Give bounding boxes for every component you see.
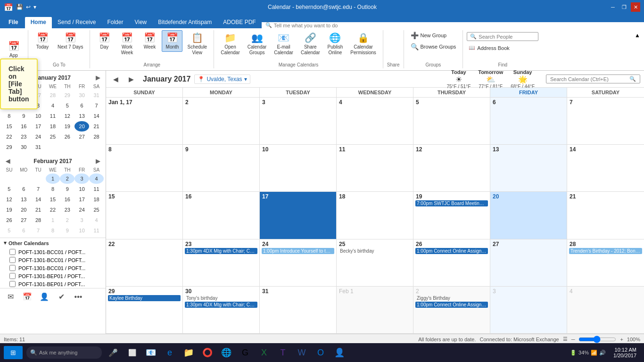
- calendar-nav-button[interactable]: 📅: [21, 290, 34, 304]
- feb-cell-5-4[interactable]: 9: [60, 225, 74, 236]
- jan-cell-2-2[interactable]: 10: [31, 111, 46, 121]
- cal-cell-31[interactable]: Feb 1: [337, 287, 413, 334]
- jan-cell-0-6[interactable]: 31: [89, 90, 104, 100]
- cal-cell-34[interactable]: 4: [567, 287, 644, 334]
- jan-next-button[interactable]: ▶: [94, 74, 102, 82]
- feb-cell-4-1[interactable]: 27: [17, 215, 31, 225]
- jan-cell-1-6[interactable]: 7: [89, 100, 104, 111]
- cal-cell-2[interactable]: 3: [260, 98, 337, 145]
- feb-cell-4-6[interactable]: 4: [89, 215, 104, 225]
- cal-event-29-0[interactable]: Tony's birthday: [185, 295, 257, 301]
- cal-cell-28[interactable]: 29Kaylee Birthday: [106, 287, 183, 334]
- calendar-permissions-button[interactable]: 🔒 CalendarPermissions: [347, 30, 379, 58]
- cal-cell-5[interactable]: 6: [490, 98, 567, 145]
- search-people-input[interactable]: [479, 34, 535, 40]
- jan-cell-1-3[interactable]: 4: [46, 100, 60, 111]
- cal-cell-32[interactable]: 2Ziggy's Birthday1:00pm Connect Online A…: [413, 287, 490, 334]
- tab-bitdefender[interactable]: Bitdefender Antispam: [152, 17, 217, 28]
- jan-cell-3-6[interactable]: 21: [89, 121, 104, 132]
- tab-folder[interactable]: Folder: [101, 17, 129, 28]
- cal-event-27-0[interactable]: Trenden's Birthday - 2012; Bonny Herndon: [569, 248, 642, 254]
- feb-cell-1-4[interactable]: 9: [60, 184, 74, 194]
- tell-me-input[interactable]: [274, 23, 359, 28]
- feb-cell-5-6[interactable]: 11: [89, 225, 104, 236]
- tab-send-receive[interactable]: Send / Receive: [52, 17, 101, 28]
- cal-cell-17[interactable]: 18: [337, 192, 413, 239]
- cal-cell-30[interactable]: 31: [260, 287, 337, 334]
- feb-cell-0-6[interactable]: 4: [89, 173, 104, 184]
- feb-cell-1-6[interactable]: 11: [89, 184, 104, 194]
- calendar-groups-button[interactable]: 👥 CalendarGroups: [245, 30, 270, 58]
- cal-event-24-0[interactable]: Becky's birthday: [339, 248, 411, 254]
- week-button[interactable]: 📅 Week: [139, 30, 160, 52]
- more-nav-button[interactable]: •••: [72, 290, 85, 304]
- start-button[interactable]: ⊞: [4, 346, 23, 359]
- jan-cell-4-2[interactable]: 24: [31, 132, 46, 142]
- feb-cell-3-2[interactable]: 21: [31, 205, 46, 215]
- tasks-nav-button[interactable]: ✔: [55, 290, 68, 304]
- feb-cell-2-5[interactable]: 17: [74, 194, 89, 205]
- feb-cell-3-6[interactable]: 25: [89, 205, 104, 215]
- other-calendar-check-0[interactable]: [9, 249, 16, 255]
- jan-cell-4-5[interactable]: 27: [74, 132, 89, 142]
- jan-cell-3-1[interactable]: 16: [17, 121, 31, 132]
- taskbar-chrome-icon[interactable]: 🌐: [219, 346, 234, 359]
- tab-file[interactable]: File: [2, 17, 25, 28]
- task-view-button[interactable]: ⬜: [124, 346, 140, 359]
- jan-cell-4-3[interactable]: 25: [46, 132, 60, 142]
- feb-cell-3-5[interactable]: 24: [74, 205, 89, 215]
- open-calendar-button[interactable]: 📁 OpenCalendar: [218, 30, 243, 58]
- tab-home[interactable]: Home: [25, 17, 52, 28]
- feb-cell-2-6[interactable]: 18: [89, 194, 104, 205]
- feb-cell-4-2[interactable]: 28: [31, 215, 46, 225]
- feb-cell-5-1[interactable]: 6: [17, 225, 31, 236]
- feb-cell-2-3[interactable]: 15: [46, 194, 60, 205]
- zoom-in-button[interactable]: +: [620, 337, 623, 342]
- feb-cell-2-1[interactable]: 13: [17, 194, 31, 205]
- cal-cell-26[interactable]: 27: [490, 239, 567, 287]
- cal-cell-9[interactable]: 10: [260, 145, 337, 192]
- jan-cell-2-5[interactable]: 13: [74, 111, 89, 121]
- other-calendar-check-3[interactable]: [9, 273, 16, 279]
- feb-cell-0-5[interactable]: 3: [74, 173, 89, 184]
- jan-cell-3-2[interactable]: 17: [31, 121, 46, 132]
- cal-cell-10[interactable]: 11: [337, 145, 413, 192]
- today-button[interactable]: 📅 Today: [32, 30, 53, 52]
- close-button[interactable]: ✕: [631, 2, 640, 12]
- cal-event-32-0[interactable]: Ziggy's Birthday: [415, 295, 488, 301]
- other-calendar-item-0[interactable]: POFT-1301-BCC01 / POFT...: [0, 248, 106, 256]
- cal-event-28-0[interactable]: Kaylee Birthday: [108, 295, 181, 301]
- cal-cell-8[interactable]: 9: [183, 145, 260, 192]
- feb-cell-3-0[interactable]: 19: [2, 205, 17, 215]
- other-calendars-header[interactable]: ▾ Other Calendars: [0, 238, 106, 248]
- jan-cell-4-1[interactable]: 23: [17, 132, 31, 142]
- workweek-button[interactable]: 📅 WorkWeek: [116, 30, 137, 58]
- cal-cell-29[interactable]: 30Tony's birthday1:30pm 4DX Mtg with Cha…: [183, 287, 260, 334]
- cal-prev-button[interactable]: ◀: [110, 74, 122, 84]
- other-calendar-item-3[interactable]: POFT-1301-BEP01 / POFT...: [0, 272, 106, 280]
- cal-event-18-0[interactable]: 7:00pm SWTJC Board Meeting @ 7 pm: [415, 200, 488, 206]
- undo-icon[interactable]: ↩: [26, 4, 31, 10]
- feb-cell-5-5[interactable]: 10: [74, 225, 89, 236]
- cal-cell-11[interactable]: 12: [413, 145, 490, 192]
- cal-cell-15[interactable]: 16: [183, 192, 260, 239]
- taskbar-clock[interactable]: 10:12 AM 1/20/2017: [610, 347, 640, 358]
- cal-cell-1[interactable]: 2: [183, 98, 260, 145]
- taskbar-edge-icon[interactable]: e: [162, 346, 177, 359]
- cal-cell-6[interactable]: 7: [567, 98, 644, 145]
- other-calendar-check-2[interactable]: [9, 265, 16, 271]
- cal-cell-19[interactable]: 20: [490, 192, 567, 239]
- cal-cell-13[interactable]: 14: [567, 145, 644, 192]
- jan-cell-4-6[interactable]: 28: [89, 132, 104, 142]
- search-taskbar[interactable]: 🔍 Ask me anything: [26, 346, 102, 359]
- jan-cell-4-4[interactable]: 26: [60, 132, 74, 142]
- app-button[interactable]: 📅 App: [2, 39, 25, 60]
- tab-view[interactable]: View: [129, 17, 152, 28]
- cal-cell-0[interactable]: Jan 1, 17: [106, 98, 183, 145]
- share-calendar-button[interactable]: 🔗 ShareCalendar: [298, 30, 323, 58]
- feb-cell-2-4[interactable]: 16: [60, 194, 74, 205]
- feb-cell-4-0[interactable]: 26: [2, 215, 17, 225]
- calendar-search-input[interactable]: [550, 76, 629, 82]
- tab-adobe[interactable]: ADOBE PDF: [217, 17, 261, 28]
- jan-cell-2-0[interactable]: 8: [2, 111, 17, 121]
